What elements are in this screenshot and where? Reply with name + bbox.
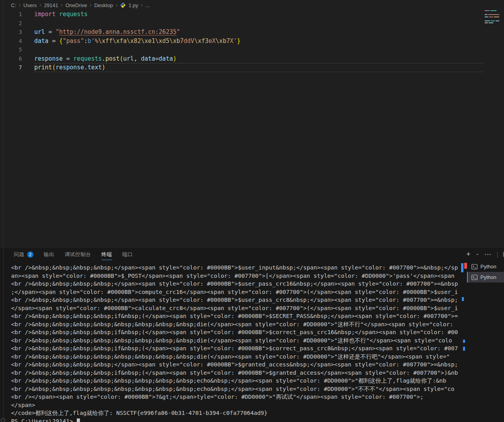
terminal-tab-python[interactable]: Python: [467, 272, 504, 283]
panel-tab-label: 端口: [122, 251, 133, 258]
terminal-tab-label: Python: [480, 264, 496, 270]
code-token: http://node9.anna.nssctf.cn:26235: [59, 28, 176, 35]
code-token: data: [34, 37, 48, 45]
window-left-edge: [3, 0, 4, 422]
terminal-list: PythonPython: [467, 261, 504, 283]
more-actions-button[interactable]: ⋯: [484, 250, 491, 258]
code-text[interactable]: print(response.text): [22, 63, 106, 72]
code-text[interactable]: url = "http://node9.anna.nssctf.cn:26235…: [22, 28, 180, 37]
code-area[interactable]: 1import requests23url = "http://node9.an…: [0, 10, 480, 72]
code-text[interactable]: data = {"pass":b'%\xff\xfa\x82\xe1\xd5\x…: [22, 37, 241, 46]
code-line[interactable]: 6response = requests.post(url, data=data…: [0, 54, 480, 63]
scrollbar-command-decoration[interactable]: [462, 297, 464, 301]
code-token: "pass": [63, 37, 84, 45]
terminal-line: <br />&nbsp;&nbsp;&nbsp;&nbsp;</span><sp…: [11, 296, 460, 304]
problems-count-badge: 2: [27, 251, 33, 258]
terminal-line: <br />&nbsp;&nbsp;&nbsp;&nbsp;&nbsp;&nbs…: [11, 336, 460, 345]
terminal-line: <br />&nbsp;&nbsp;&nbsp;&nbsp;if&nbsp;(<…: [11, 369, 460, 377]
code-token: \xff\xfa\x82\xe1\xd5\xb7: [98, 37, 184, 45]
breadcrumb-item-users[interactable]: Users: [23, 2, 37, 8]
terminal-line: <br />&nbsp;&nbsp;&nbsp;&nbsp;&nbsp;&nbs…: [11, 377, 460, 385]
scrollbar-command-decoration[interactable]: [463, 340, 465, 343]
minimap[interactable]: [485, 10, 501, 24]
minimap-line: [485, 20, 501, 21]
code-token: url: [123, 55, 134, 62]
code-line[interactable]: 2: [0, 19, 480, 28]
terminal-cursor: [77, 418, 80, 422]
minimap-line: [485, 10, 501, 11]
code-line[interactable]: 7print(response.text): [0, 63, 480, 72]
terminal-output[interactable]: <br />&nbsp;&nbsp;&nbsp;&nbsp;</span><sp…: [11, 264, 460, 422]
scrollbar-error-decoration[interactable]: [464, 263, 467, 269]
code-text[interactable]: [22, 19, 34, 28]
terminal-tab-label: Python: [480, 274, 496, 280]
code-token: data: [159, 55, 173, 62]
breadcrumb-item-file[interactable]: 1.py: [128, 2, 138, 8]
code-token: =: [155, 55, 159, 62]
panel-tab[interactable]: 输出: [44, 249, 54, 260]
minimap-line: [485, 17, 501, 17]
terminal-tab-python[interactable]: Python: [467, 261, 504, 272]
editor-pane[interactable]: C: › Users › 29141 › OneDrive › Desktop …: [0, 0, 504, 247]
code-text[interactable]: [22, 45, 34, 54]
code-text[interactable]: response = requests.post(url, data=data): [22, 54, 176, 63]
terminal-line: <br /></span><span style="color: #0000BB…: [11, 393, 460, 401]
bottom-panel: 问题2输出调试控制台终端端口 + ⌄ ⋯ | <br />&nbsp;&nbsp…: [0, 247, 504, 422]
code-token: \xb7: [216, 37, 230, 45]
terminal-line: ;</span><span style="color: #0000BB">com…: [11, 288, 460, 296]
minimap-line: [485, 12, 501, 13]
chevron-right-icon: ›: [39, 2, 41, 8]
code-token: =: [45, 28, 56, 35]
terminal-line: an><span style="color: #0000BB">$_POST</…: [11, 272, 460, 280]
chevron-right-icon: ›: [19, 2, 20, 8]
code-token: eX: [209, 37, 216, 45]
terminal-line: <br />&nbsp;&nbsp;&nbsp;&nbsp;if&nbsp;(<…: [11, 328, 460, 336]
breadcrumb-item-onedrive[interactable]: OneDrive: [65, 2, 87, 8]
code-line[interactable]: 3url = "http://node9.anna.nssctf.cn:2623…: [0, 28, 480, 37]
panel-tab[interactable]: 调试控制台: [65, 249, 91, 260]
code-token: response: [56, 64, 84, 71]
panel-tab[interactable]: 问题2: [14, 249, 33, 260]
terminal-line: <br />&nbsp;&nbsp;&nbsp;&nbsp;if&nbsp;(<…: [11, 344, 460, 353]
new-terminal-button[interactable]: +: [466, 250, 471, 258]
terminal-line: <br />&nbsp;&nbsp;&nbsp;&nbsp;</span><sp…: [11, 361, 460, 369]
code-token: b: [87, 37, 91, 45]
code-line[interactable]: 5: [0, 45, 480, 54]
code-token: [56, 11, 59, 18]
scrollbar-command-decoration[interactable]: [463, 347, 465, 351]
code-token: (: [52, 64, 56, 71]
code-text[interactable]: import requests: [22, 10, 87, 19]
code-token: response: [34, 55, 63, 62]
panel-tab-label: 终端: [102, 251, 112, 258]
terminal-line: </span><span style="color: #0000BB">calc…: [11, 304, 460, 312]
code-token: ,: [134, 55, 141, 62]
minimap-line: [485, 22, 501, 23]
breadcrumb-item-desktop[interactable]: Desktop: [94, 2, 113, 8]
code-line[interactable]: 4data = {"pass":b'%\xff\xfa\x82\xe1\xd5\…: [0, 37, 480, 46]
breadcrumb-item-29141[interactable]: 29141: [44, 2, 58, 8]
code-token: ": [56, 28, 59, 35]
terminal-line: <br />&nbsp;&nbsp;&nbsp;&nbsp;&nbsp;&nbs…: [11, 385, 460, 393]
code-token: print: [34, 64, 52, 71]
scrollbar-command-decoration[interactable]: [461, 263, 463, 272]
python-file-icon: [120, 2, 126, 8]
code-token: text: [87, 64, 102, 71]
code-line[interactable]: 1import requests: [0, 10, 480, 19]
panel-actions: + ⌄ ⋯ |: [466, 249, 504, 260]
code-token: \xf3: [194, 37, 208, 45]
code-token: .: [102, 55, 106, 62]
code-token: ): [173, 55, 176, 62]
breadcrumb-item-symbol[interactable]: ...: [145, 2, 150, 8]
panel-tab[interactable]: 终端: [102, 249, 112, 260]
breadcrumb-item-drive[interactable]: C:: [11, 2, 16, 8]
terminal-profile-dropdown-icon[interactable]: ⌄: [476, 251, 479, 256]
code-token: ): [102, 64, 106, 71]
terminal-icon: [471, 275, 478, 280]
code-token: =: [48, 37, 59, 45]
chevron-right-icon: ›: [141, 2, 143, 8]
terminal-line: <br />&nbsp;&nbsp;&nbsp;&nbsp;</span><sp…: [11, 264, 460, 272]
terminal-line: </span>: [11, 401, 460, 409]
code-token: ddV: [183, 37, 194, 45]
code-token: X': [230, 37, 237, 45]
panel-tab[interactable]: 端口: [122, 249, 133, 260]
